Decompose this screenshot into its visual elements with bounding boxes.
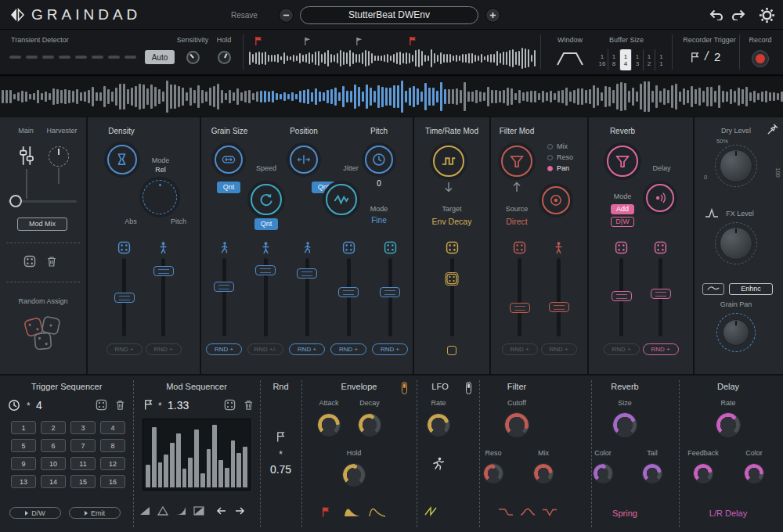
walker-icon[interactable]: [301, 241, 314, 254]
transient-segments[interactable]: [9, 56, 136, 59]
step-button-4[interactable]: 4: [100, 421, 125, 434]
transient-marker-icon[interactable]: [304, 36, 312, 46]
person-icon[interactable]: [259, 241, 272, 254]
step-button-11[interactable]: 11: [70, 457, 96, 470]
rnd-value[interactable]: 0.75: [260, 463, 301, 476]
rnd-button[interactable]: RND +: [289, 343, 325, 355]
trash-icon[interactable]: [243, 399, 254, 411]
half-square-icon[interactable]: [193, 505, 204, 516]
runner-icon[interactable]: [430, 456, 446, 472]
buffer-option-1-3[interactable]: 13: [632, 49, 644, 70]
delay-type-value[interactable]: L/R Delay: [697, 509, 760, 518]
size-knob[interactable]: [612, 412, 637, 437]
step-button-12[interactable]: 12: [100, 457, 125, 470]
mod-slider-track[interactable]: [557, 258, 561, 336]
source-value[interactable]: Direct: [491, 217, 543, 226]
mod-slider-track[interactable]: [388, 258, 392, 336]
mix-knob[interactable]: [533, 463, 554, 483]
grain-size-qnt-button[interactable]: Qnt: [217, 182, 240, 193]
mod-seq-bar[interactable]: [243, 447, 247, 487]
fx-level-knob[interactable]: [715, 222, 757, 264]
recorder-trigger-value[interactable]: 2: [714, 50, 720, 63]
trash-icon[interactable]: [45, 255, 58, 268]
mod-slider-handle[interactable]: [297, 268, 317, 279]
step-button-10[interactable]: 10: [41, 457, 66, 470]
mod-slider-handle[interactable]: [651, 289, 671, 299]
notch-curve-icon[interactable]: [542, 507, 557, 517]
mod-seq-bar[interactable]: [176, 433, 181, 487]
rnd-button[interactable]: RND +: [146, 343, 182, 355]
prev-preset-button[interactable]: [279, 8, 294, 23]
mod-slider[interactable]: RND +: [330, 241, 367, 355]
flag-marker-icon[interactable]: [409, 36, 417, 46]
hold-env-knob[interactable]: [342, 463, 366, 487]
dice-icon[interactable]: [96, 399, 107, 411]
dw-mode-button[interactable]: D|W: [611, 217, 634, 227]
hold-knob[interactable]: [218, 51, 231, 64]
mod-mix-slider-handle[interactable]: [9, 195, 22, 207]
mod-seq-bar[interactable]: [146, 465, 150, 487]
emit-sequence-button[interactable]: Emit: [69, 507, 121, 519]
rnd-button[interactable]: RND +: [541, 343, 577, 355]
arrow-left-icon[interactable]: [216, 505, 227, 516]
mod-seq-bar[interactable]: [207, 449, 211, 487]
delay-mod-knob[interactable]: [646, 184, 674, 212]
mod-seq-bar[interactable]: [212, 425, 217, 487]
mod-slider[interactable]: RND +: [106, 241, 143, 355]
dice-icon[interactable]: [224, 399, 236, 411]
mod-slider-track[interactable]: [347, 258, 351, 336]
lowpass-curve-icon[interactable]: [498, 507, 514, 517]
pin-icon[interactable]: [767, 124, 778, 135]
arrow-right-icon[interactable]: [234, 505, 245, 516]
pitch-value[interactable]: 0: [363, 179, 395, 188]
preset-name-field[interactable]: StutterBeat DWEnv: [300, 6, 478, 24]
mod-slider-track[interactable]: [161, 258, 165, 336]
rnd-button[interactable]: RND +: [604, 343, 640, 355]
mod-slider-handle[interactable]: [214, 282, 234, 292]
mod-slider[interactable]: RND +: [642, 241, 680, 355]
flag-icon[interactable]: [275, 430, 287, 443]
mod-slider-track[interactable]: [450, 258, 454, 336]
mod-mult-value[interactable]: 1.33: [168, 399, 189, 412]
reverb-mod-knob[interactable]: [607, 146, 638, 177]
mod-slider-track[interactable]: [518, 258, 521, 336]
dice-icon[interactable]: [342, 241, 355, 254]
buffer-option-1-1[interactable]: 11: [655, 49, 667, 70]
undo-icon[interactable]: [709, 8, 724, 23]
dice-icon[interactable]: [117, 241, 131, 254]
decay-knob[interactable]: [358, 413, 381, 437]
flag-marker-icon[interactable]: [254, 36, 263, 46]
mod-seq-bar[interactable]: [188, 458, 193, 487]
settings-gear-icon[interactable]: [758, 6, 776, 24]
dry-level-knob[interactable]: [715, 145, 757, 187]
mod-seq-bar[interactable]: [231, 440, 236, 487]
step-button-15[interactable]: 15: [70, 475, 96, 488]
trigger-mult-value[interactable]: 4: [36, 399, 42, 412]
filter-mod-option-reso[interactable]: Reso: [547, 152, 573, 163]
transient-marker-icon[interactable]: [355, 36, 364, 46]
mod-slider-track[interactable]: [659, 258, 662, 336]
mod-slider[interactable]: RND +: [540, 241, 578, 355]
mod-seq-bar[interactable]: [225, 468, 229, 487]
mod-slider[interactable]: RND +/-: [247, 241, 284, 355]
position-knob[interactable]: [290, 146, 318, 174]
buffer-option-1-8[interactable]: 18: [608, 49, 620, 70]
recorder-flag-icon[interactable]: [689, 51, 701, 64]
resave-button[interactable]: Resave: [231, 11, 258, 20]
dice-icon[interactable]: [615, 241, 628, 254]
mod-slider[interactable]: RND +: [501, 241, 539, 355]
envelope-power-toggle[interactable]: [402, 382, 407, 394]
dice-icon[interactable]: [513, 241, 526, 254]
mod-slider-track[interactable]: [122, 258, 126, 336]
mod-seq-bar[interactable]: [236, 453, 241, 487]
speed-knob[interactable]: [251, 184, 282, 215]
pitch-mode-value[interactable]: Fine: [355, 216, 402, 225]
mod-seq-bar[interactable]: [170, 443, 175, 487]
rnd-button[interactable]: RND +: [206, 343, 242, 355]
mod-slider[interactable]: RND +: [603, 241, 640, 355]
rnd-button[interactable]: RND +: [372, 343, 408, 355]
mod-slider-track[interactable]: [264, 258, 268, 336]
mod-slider-track[interactable]: [305, 258, 309, 336]
rnd-button[interactable]: RND +: [330, 343, 366, 355]
reverb-type-value[interactable]: Spring: [594, 509, 656, 518]
